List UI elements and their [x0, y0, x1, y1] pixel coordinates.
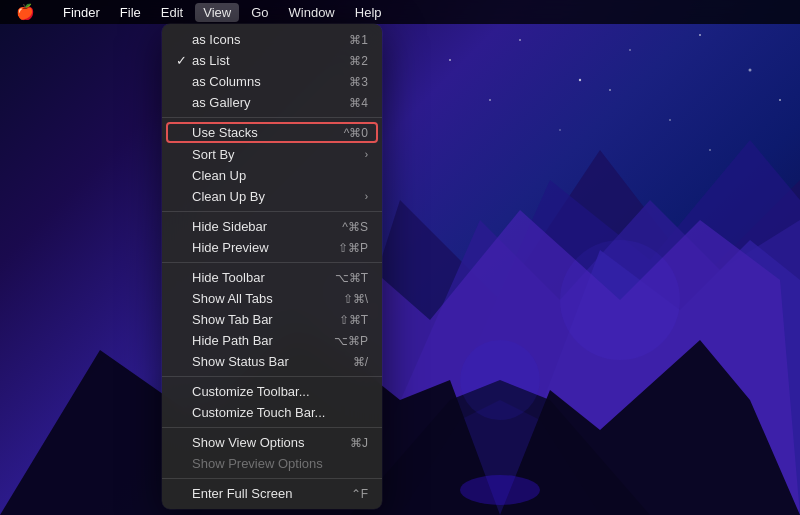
svg-point-6 [669, 119, 671, 121]
svg-point-11 [709, 149, 711, 151]
as-columns-shortcut: ⌘3 [349, 75, 368, 89]
view-menu-dropdown: as Icons ⌘1 ✓ as List ⌘2 as Columns ⌘3 a… [162, 24, 382, 509]
menubar-file[interactable]: File [112, 3, 149, 22]
as-icons-shortcut: ⌘1 [349, 33, 368, 47]
as-icons-label: as Icons [192, 32, 349, 47]
menubar-window[interactable]: Window [281, 3, 343, 22]
hide-sidebar-label: Hide Sidebar [192, 219, 342, 234]
menu-item-show-status-bar[interactable]: Show Status Bar ⌘/ [162, 351, 382, 372]
menu-item-show-tab-bar[interactable]: Show Tab Bar ⇧⌘T [162, 309, 382, 330]
menu-item-use-stacks[interactable]: Use Stacks ^⌘0 [166, 122, 378, 143]
hide-preview-label: Hide Preview [192, 240, 338, 255]
hide-toolbar-label: Hide Toolbar [192, 270, 335, 285]
menubar-help[interactable]: Help [347, 3, 390, 22]
menu-item-as-list[interactable]: ✓ as List ⌘2 [162, 50, 382, 71]
menu-item-as-icons[interactable]: as Icons ⌘1 [162, 29, 382, 50]
sort-by-label: Sort By [192, 147, 365, 162]
clean-up-by-arrow: › [365, 191, 368, 202]
menubar-view[interactable]: View [195, 3, 239, 22]
show-tab-bar-label: Show Tab Bar [192, 312, 339, 327]
menu-item-customize-toolbar[interactable]: Customize Toolbar... [162, 381, 382, 402]
menu-item-sort-by[interactable]: Sort By › [162, 144, 382, 165]
menu-item-hide-toolbar[interactable]: Hide Toolbar ⌥⌘T [162, 267, 382, 288]
svg-point-10 [609, 89, 611, 91]
menu-item-hide-path-bar[interactable]: Hide Path Bar ⌥⌘P [162, 330, 382, 351]
divider-2 [162, 211, 382, 212]
enter-full-screen-label: Enter Full Screen [192, 486, 351, 501]
divider-4 [162, 376, 382, 377]
menu-item-hide-sidebar[interactable]: Hide Sidebar ^⌘S [162, 216, 382, 237]
svg-point-8 [559, 129, 561, 131]
menu-item-show-view-options[interactable]: Show View Options ⌘J [162, 432, 382, 453]
show-status-bar-shortcut: ⌘/ [353, 355, 368, 369]
show-view-options-label: Show View Options [192, 435, 350, 450]
svg-point-0 [449, 59, 451, 61]
svg-point-5 [749, 69, 752, 72]
as-gallery-label: as Gallery [192, 95, 349, 110]
svg-point-4 [699, 34, 701, 36]
use-stacks-label: Use Stacks [192, 125, 344, 140]
as-list-checkmark: ✓ [176, 53, 188, 68]
hide-toolbar-shortcut: ⌥⌘T [335, 271, 368, 285]
show-tab-bar-shortcut: ⇧⌘T [339, 313, 368, 327]
enter-full-screen-shortcut: ⌃F [351, 487, 368, 501]
svg-point-1 [519, 39, 521, 41]
as-list-shortcut: ⌘2 [349, 54, 368, 68]
desktop-background [0, 0, 800, 515]
svg-point-12 [460, 475, 540, 505]
as-list-label: as List [192, 53, 349, 68]
hide-path-bar-shortcut: ⌥⌘P [334, 334, 368, 348]
svg-point-3 [629, 49, 631, 51]
svg-point-9 [779, 99, 781, 101]
menubar: 🍎 Finder File Edit View Go Window Help [0, 0, 800, 24]
divider-6 [162, 478, 382, 479]
sort-by-arrow: › [365, 149, 368, 160]
svg-point-2 [579, 79, 581, 81]
use-stacks-shortcut: ^⌘0 [344, 126, 368, 140]
svg-point-14 [460, 340, 540, 420]
hide-path-bar-label: Hide Path Bar [192, 333, 334, 348]
divider-1 [162, 117, 382, 118]
menubar-items: 🍎 Finder File Edit View Go Window Help [8, 1, 390, 23]
customize-touch-bar-label: Customize Touch Bar... [192, 405, 368, 420]
menu-item-show-preview-options[interactable]: Show Preview Options [162, 453, 382, 474]
divider-5 [162, 427, 382, 428]
apple-menu[interactable]: 🍎 [8, 1, 43, 23]
customize-toolbar-label: Customize Toolbar... [192, 384, 368, 399]
show-view-options-shortcut: ⌘J [350, 436, 368, 450]
menu-item-show-all-tabs[interactable]: Show All Tabs ⇧⌘\ [162, 288, 382, 309]
hide-preview-shortcut: ⇧⌘P [338, 241, 368, 255]
show-preview-options-label: Show Preview Options [192, 456, 368, 471]
menubar-finder[interactable]: Finder [55, 3, 108, 22]
menu-item-as-gallery[interactable]: as Gallery ⌘4 [162, 92, 382, 113]
menubar-edit[interactable]: Edit [153, 3, 191, 22]
menu-item-customize-touch-bar[interactable]: Customize Touch Bar... [162, 402, 382, 423]
as-gallery-shortcut: ⌘4 [349, 96, 368, 110]
svg-point-13 [560, 240, 680, 360]
show-all-tabs-label: Show All Tabs [192, 291, 343, 306]
svg-point-7 [489, 99, 491, 101]
menu-item-as-columns[interactable]: as Columns ⌘3 [162, 71, 382, 92]
menu-item-clean-up[interactable]: Clean Up [162, 165, 382, 186]
show-all-tabs-shortcut: ⇧⌘\ [343, 292, 368, 306]
menubar-go[interactable]: Go [243, 3, 276, 22]
clean-up-label: Clean Up [192, 168, 368, 183]
hide-sidebar-shortcut: ^⌘S [342, 220, 368, 234]
menu-item-hide-preview[interactable]: Hide Preview ⇧⌘P [162, 237, 382, 258]
clean-up-by-label: Clean Up By [192, 189, 365, 204]
as-columns-label: as Columns [192, 74, 349, 89]
menu-item-enter-full-screen[interactable]: Enter Full Screen ⌃F [162, 483, 382, 504]
show-status-bar-label: Show Status Bar [192, 354, 353, 369]
divider-3 [162, 262, 382, 263]
menu-item-clean-up-by[interactable]: Clean Up By › [162, 186, 382, 207]
